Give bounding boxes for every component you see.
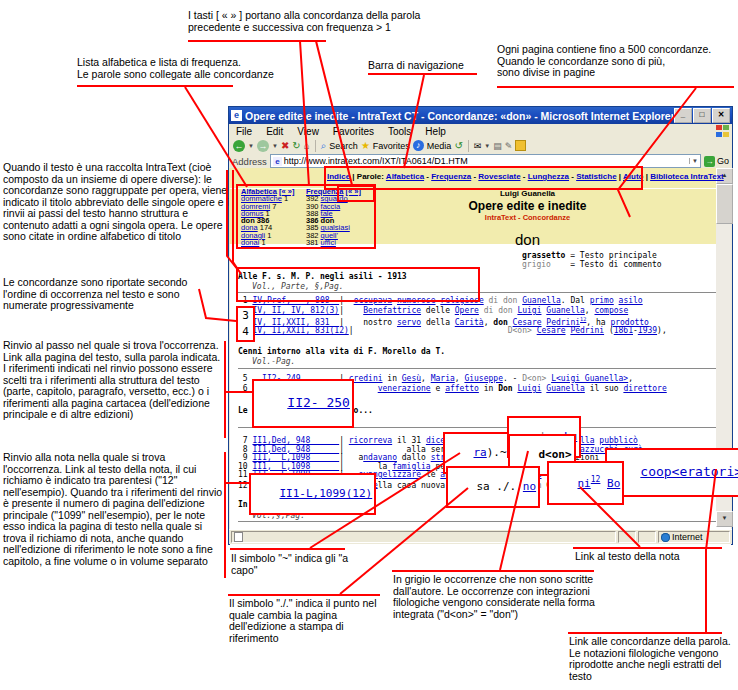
word-link[interactable]: Guanella bbox=[546, 306, 585, 315]
forward-dropdown-icon[interactable]: ▼ bbox=[272, 143, 278, 149]
word-link[interactable]: L<uigi Guanella> bbox=[551, 374, 628, 383]
annotation-collection: Quando il testo è una raccolta IntraText… bbox=[3, 162, 231, 243]
media-button[interactable]: Media bbox=[427, 141, 452, 151]
menu-item-help[interactable]: Help bbox=[418, 126, 453, 137]
scrollbar-thumb[interactable] bbox=[716, 184, 733, 224]
gray-word: grigio bbox=[522, 260, 551, 269]
back-button[interactable]: ← bbox=[233, 140, 245, 152]
ref-link[interactable]: IV, II, IV, 812(3) bbox=[252, 306, 339, 315]
annotation-keys: I tasti [ « » ] portano alla concordanza… bbox=[188, 10, 498, 33]
ref-link[interactable]: II1-L,1099(12) bbox=[280, 487, 373, 500]
home-icon[interactable]: ⌂ bbox=[304, 140, 310, 151]
magnified-coop-link[interactable]: coop<eratori> bbox=[605, 448, 738, 497]
toolbar-separator bbox=[315, 140, 316, 152]
word-link[interactable]: Giuseppe bbox=[464, 374, 503, 383]
mail-icon[interactable]: ✉ bbox=[474, 141, 482, 151]
word-link[interactable]: Cesare bbox=[537, 326, 566, 335]
menu-item-file[interactable]: File bbox=[229, 126, 259, 137]
edit-icon[interactable]: ✎ bbox=[505, 141, 513, 151]
word-link[interactable]: asilo bbox=[619, 296, 643, 305]
address-dropdown-icon[interactable]: ▼ bbox=[689, 158, 698, 164]
magnified-ref-link[interactable]: II2- 250 bbox=[252, 379, 354, 428]
go-button[interactable]: → Go bbox=[704, 156, 729, 167]
annotation-pages: Ogni pagina contiene fino a 500 concorda… bbox=[497, 44, 738, 79]
text bbox=[358, 326, 507, 335]
menu-item-view[interactable]: View bbox=[290, 126, 326, 137]
word-link[interactable]: Biblioteca IntraText bbox=[650, 172, 724, 181]
media-icon[interactable]: ♪ bbox=[413, 140, 424, 151]
word-link[interactable]: 1861 bbox=[614, 326, 633, 335]
history-icon[interactable]: ↺ bbox=[454, 140, 462, 151]
legend-comment-text: grigio = Testo di commento bbox=[522, 260, 662, 269]
text: in bbox=[383, 374, 402, 383]
menu-item-tools[interactable]: Tools bbox=[381, 126, 418, 137]
word-link[interactable]: Pedrini bbox=[570, 326, 604, 335]
gray-word: D<on> bbox=[522, 374, 551, 383]
menu-item-favorites[interactable]: Favorites bbox=[326, 126, 381, 137]
word-link[interactable]: direttore bbox=[623, 384, 666, 393]
print-icon[interactable]: ▤ bbox=[493, 141, 502, 151]
word-link[interactable]: Luigi bbox=[517, 306, 541, 315]
stop-icon[interactable]: ✖ bbox=[281, 140, 289, 151]
annotation-order: Le concordanze sono riportate secondo l'… bbox=[3, 277, 213, 312]
annotation-note-link: Rinvio alla nota nella quale si trova l'… bbox=[3, 452, 225, 567]
text: delle bbox=[421, 306, 455, 315]
word-link[interactable]: Luigi bbox=[517, 384, 541, 393]
annotation-passage-link: Rinvio al passo nel quale si trova l'occ… bbox=[3, 340, 225, 421]
annotation-gray-text: In grigio le occorrenze che non sono scr… bbox=[393, 574, 598, 620]
window-title: Opere edite e inedite - IntraText CT - C… bbox=[245, 110, 673, 122]
note-number-link[interactable]: 12 bbox=[591, 475, 601, 484]
ref-link[interactable]: II2- 250 bbox=[287, 395, 350, 410]
section-title: Cenni intorno alla vita di F. Morello da… bbox=[238, 347, 445, 356]
forward-button[interactable]: → bbox=[257, 140, 269, 152]
favorites-button[interactable]: Favorites bbox=[373, 141, 410, 151]
refresh-icon[interactable]: ↻ bbox=[292, 140, 300, 151]
ref-link[interactable]: IV, II,XXII, 831(12) bbox=[252, 326, 348, 335]
word-link[interactable]: Guanella bbox=[546, 384, 585, 393]
search-icon[interactable]: ⌕ bbox=[321, 140, 327, 152]
word-link[interactable]: primo bbox=[590, 296, 614, 305]
scroll-down-button[interactable]: ▼ bbox=[716, 511, 733, 527]
word-link[interactable]: Guanella bbox=[522, 296, 561, 305]
word-link[interactable]: Bo bbox=[607, 477, 620, 490]
word-link[interactable]: coop<eratori> bbox=[640, 464, 738, 479]
annotation-overline bbox=[568, 632, 722, 634]
word-link[interactable]: 1939 bbox=[638, 326, 657, 335]
text: 6 bbox=[238, 384, 252, 393]
word-link[interactable]: Opere bbox=[455, 306, 479, 315]
word-link[interactable]: compose bbox=[594, 306, 628, 315]
text: , bbox=[455, 374, 465, 383]
annotation-navbar: Barra di navigazione bbox=[368, 60, 518, 72]
mail-dropdown-icon[interactable]: ▼ bbox=[484, 143, 490, 149]
concordance-row: 2 IV, II, IV, 812(3)| Benefattrice delle… bbox=[238, 306, 628, 315]
word-link[interactable]: no bbox=[523, 480, 536, 493]
minimize-button[interactable]: _ bbox=[674, 108, 692, 123]
magnified-note-call[interactable]: ni12 Bo bbox=[547, 461, 624, 505]
favorites-star-icon[interactable]: ★ bbox=[361, 140, 370, 151]
word-link[interactable]: venerazione bbox=[378, 384, 431, 393]
word-link[interactable]: ra bbox=[474, 446, 487, 459]
toolbar-separator bbox=[468, 140, 469, 152]
maximize-button[interactable]: □ bbox=[693, 108, 711, 123]
section-divider bbox=[238, 368, 716, 369]
title-bar[interactable]: e Opere edite e inedite - IntraText CT -… bbox=[229, 107, 732, 124]
close-button[interactable]: ✕ bbox=[712, 108, 730, 123]
text bbox=[349, 306, 363, 315]
word-link[interactable]: Maria bbox=[431, 374, 455, 383]
menu-item-edit[interactable]: Edit bbox=[259, 126, 290, 137]
back-dropdown-icon[interactable]: ▼ bbox=[248, 143, 254, 149]
text: = Testo di commento bbox=[551, 260, 662, 269]
messenger-icon[interactable] bbox=[515, 140, 526, 151]
word-link[interactable]: Gesù bbox=[402, 374, 421, 383]
concordance-row: 4 IV, II,XXII, 831(12)| D<on> Cesare Ped… bbox=[238, 326, 667, 335]
word-link[interactable]: affetto bbox=[445, 384, 479, 393]
magnified-note-ref-link[interactable]: II1-L,1099(12) bbox=[249, 473, 376, 515]
bold-word: d<on> bbox=[539, 448, 572, 461]
author-name: Luigi Guanella bbox=[395, 189, 660, 198]
status-message-panel bbox=[231, 531, 616, 543]
search-button[interactable]: Search bbox=[329, 141, 358, 151]
word-link[interactable]: ni bbox=[578, 477, 591, 490]
annotation-overline bbox=[228, 594, 380, 596]
url-text: http://www.intratext.com/IXT/ITA0614/D1.… bbox=[284, 156, 468, 166]
word-link[interactable]: Benefattrice bbox=[363, 306, 421, 315]
